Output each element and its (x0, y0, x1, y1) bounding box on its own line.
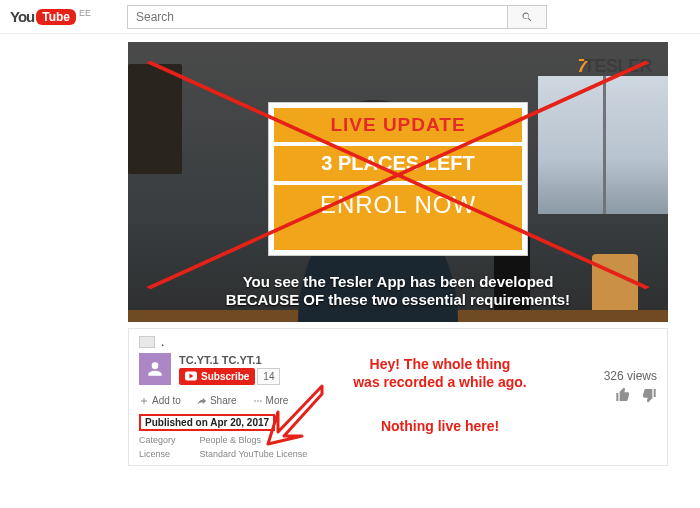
category-key: Category (139, 435, 197, 445)
logo-tube: Tube (36, 9, 76, 25)
thumbs-row (615, 387, 657, 407)
promo-enroll: ENROL NOW (274, 191, 522, 219)
promo-places: 3 PLACES LEFT (274, 142, 522, 185)
content-column: 7TESLER LIVE UPDATE 3 PLACES LEFT ENROL … (128, 34, 668, 466)
bookshelf-prop (128, 64, 182, 174)
plus-icon (139, 396, 149, 406)
add-to-button[interactable]: Add to (139, 395, 181, 406)
logo-locale: EE (79, 8, 91, 18)
caption-line1: You see the Tesler App has been develope… (243, 273, 554, 290)
meta-license: License Standard YouTube License (139, 449, 657, 459)
promo-live: LIVE UPDATE (274, 114, 522, 136)
category-value: People & Blogs (200, 435, 262, 445)
window-prop (538, 76, 668, 214)
subscribe-button[interactable]: Subscribe (179, 368, 255, 385)
title-thumbnail-icon (139, 336, 155, 348)
dislike-button[interactable] (641, 387, 657, 407)
add-to-label: Add to (152, 395, 181, 406)
thumbs-down-icon (641, 387, 657, 403)
search-wrap (127, 5, 547, 29)
channel-name[interactable]: TC.YT.1 TC.YT.1 (179, 354, 280, 366)
search-button[interactable] (507, 5, 547, 29)
tesler-logo: 7TESLER (577, 56, 652, 77)
search-icon (521, 11, 533, 23)
youtube-logo[interactable]: You Tube EE (10, 8, 91, 25)
subscribe-wrap: Subscribe 14 (179, 368, 280, 385)
top-bar: You Tube EE (0, 0, 700, 34)
svg-point-3 (254, 400, 256, 402)
svg-point-4 (257, 400, 259, 402)
video-title: . (161, 335, 164, 349)
user-icon (145, 359, 165, 379)
more-label: More (266, 395, 289, 406)
dots-icon (253, 396, 263, 406)
thumbs-up-icon (615, 387, 631, 403)
meta-category: Category People & Blogs (139, 435, 657, 445)
like-button[interactable] (615, 387, 631, 407)
video-title-row: . (139, 335, 657, 349)
video-info-panel: . TC.YT.1 TC.YT.1 Subscribe 14 326 views (128, 328, 668, 466)
share-button[interactable]: Share (197, 395, 237, 406)
channel-avatar[interactable] (139, 353, 171, 385)
published-date: Published on Apr 20, 2017 (139, 414, 275, 431)
video-caption: You see the Tesler App has been develope… (128, 273, 668, 311)
video-actions: Add to Share More (139, 395, 657, 406)
more-button[interactable]: More (253, 395, 289, 406)
share-icon (197, 396, 207, 406)
view-count: 326 views (604, 369, 657, 383)
caption-line2: BECAUSE OF these two essential requireme… (226, 291, 570, 308)
svg-point-5 (260, 400, 262, 402)
subscribe-label: Subscribe (201, 371, 249, 382)
promo-card: LIVE UPDATE 3 PLACES LEFT ENROL NOW (268, 102, 528, 256)
subscriber-count: 14 (257, 368, 280, 385)
share-label: Share (210, 395, 237, 406)
tesler-brand: TESLER (584, 56, 652, 76)
license-value: Standard YouTube License (200, 449, 308, 459)
license-key: License (139, 449, 197, 459)
logo-you: You (10, 8, 34, 25)
channel-row: TC.YT.1 TC.YT.1 Subscribe 14 (139, 353, 657, 385)
video-player[interactable]: 7TESLER LIVE UPDATE 3 PLACES LEFT ENROL … (128, 42, 668, 322)
youtube-play-icon (185, 371, 197, 381)
search-input[interactable] (127, 5, 507, 29)
